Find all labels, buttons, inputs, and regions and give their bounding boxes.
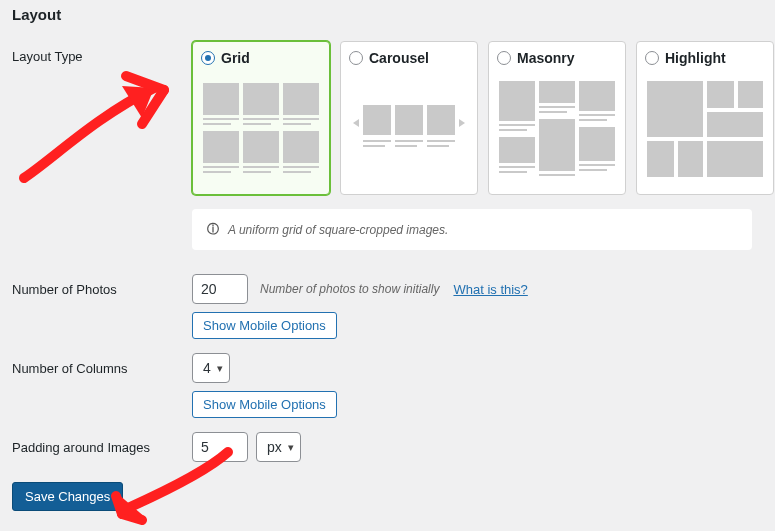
- svg-rect-30: [539, 81, 575, 103]
- row-num-photos: Number of Photos Number of photos to sho…: [12, 274, 763, 339]
- svg-rect-19: [395, 105, 423, 135]
- svg-rect-29: [499, 81, 535, 121]
- padding-input[interactable]: [192, 432, 248, 462]
- svg-rect-49: [707, 112, 763, 137]
- svg-rect-1: [243, 83, 279, 115]
- radio-icon: [645, 51, 659, 65]
- row-padding: Padding around Images px ▾: [12, 432, 763, 462]
- svg-rect-50: [647, 141, 674, 177]
- label-num-photos: Number of Photos: [12, 274, 192, 297]
- layout-option-carousel[interactable]: Carousel: [340, 41, 478, 195]
- layout-option-label: Grid: [221, 50, 250, 66]
- layout-option-label: Highlight: [665, 50, 726, 66]
- layout-option-thumb-highlight: [645, 74, 765, 184]
- padding-unit-select[interactable]: px ▾: [256, 432, 301, 462]
- section-title: Layout: [12, 6, 763, 23]
- svg-marker-28: [459, 119, 465, 127]
- svg-rect-4: [243, 131, 279, 163]
- layout-type-options: Grid: [192, 41, 774, 195]
- svg-rect-5: [283, 131, 319, 163]
- row-num-columns: Number of Columns 4 ▾ Show Mobile Option…: [12, 353, 763, 418]
- svg-rect-2: [283, 83, 319, 115]
- padding-unit-value: px: [267, 439, 282, 455]
- label-padding: Padding around Images: [12, 432, 192, 455]
- svg-rect-48: [738, 81, 763, 108]
- svg-marker-27: [353, 119, 359, 127]
- radio-icon: [349, 51, 363, 65]
- num-photos-desc: Number of photos to show initially: [260, 282, 439, 296]
- svg-rect-47: [707, 81, 734, 108]
- layout-option-thumb-carousel: [349, 74, 469, 184]
- chevron-down-icon: ▾: [288, 441, 294, 454]
- layout-option-grid[interactable]: Grid: [192, 41, 330, 195]
- save-button[interactable]: Save Changes: [12, 482, 123, 511]
- num-photos-mobile-button[interactable]: Show Mobile Options: [192, 312, 337, 339]
- layout-option-thumb-masonry: [497, 74, 617, 184]
- layout-type-info-text: A uniform grid of square-cropped images.: [228, 223, 448, 237]
- row-layout-type: Layout Type Grid: [12, 41, 763, 195]
- layout-option-masonry[interactable]: Masonry: [488, 41, 626, 195]
- layout-option-label: Masonry: [517, 50, 575, 66]
- info-icon: ⓘ: [206, 221, 220, 238]
- svg-rect-34: [579, 127, 615, 161]
- num-columns-value: 4: [203, 360, 211, 376]
- num-photos-help-link[interactable]: What is this?: [453, 282, 527, 297]
- label-num-columns: Number of Columns: [12, 353, 192, 376]
- layout-type-info: ⓘ A uniform grid of square-cropped image…: [192, 209, 752, 250]
- svg-rect-31: [579, 81, 615, 111]
- layout-option-label: Carousel: [369, 50, 429, 66]
- svg-rect-33: [539, 119, 575, 171]
- svg-rect-0: [203, 83, 239, 115]
- layout-option-highlight[interactable]: Highlight: [636, 41, 774, 195]
- layout-option-thumb-grid: [201, 74, 321, 184]
- svg-rect-51: [678, 141, 703, 177]
- radio-icon: [497, 51, 511, 65]
- svg-rect-32: [499, 137, 535, 163]
- svg-rect-3: [203, 131, 239, 163]
- chevron-down-icon: ▾: [217, 362, 223, 375]
- svg-rect-52: [707, 141, 763, 177]
- num-columns-mobile-button[interactable]: Show Mobile Options: [192, 391, 337, 418]
- svg-rect-46: [647, 81, 703, 137]
- svg-rect-20: [427, 105, 455, 135]
- num-columns-select[interactable]: 4 ▾: [192, 353, 230, 383]
- svg-rect-18: [363, 105, 391, 135]
- row-save: Save Changes: [12, 476, 763, 511]
- num-photos-input[interactable]: [192, 274, 248, 304]
- label-layout-type: Layout Type: [12, 41, 192, 64]
- radio-icon: [201, 51, 215, 65]
